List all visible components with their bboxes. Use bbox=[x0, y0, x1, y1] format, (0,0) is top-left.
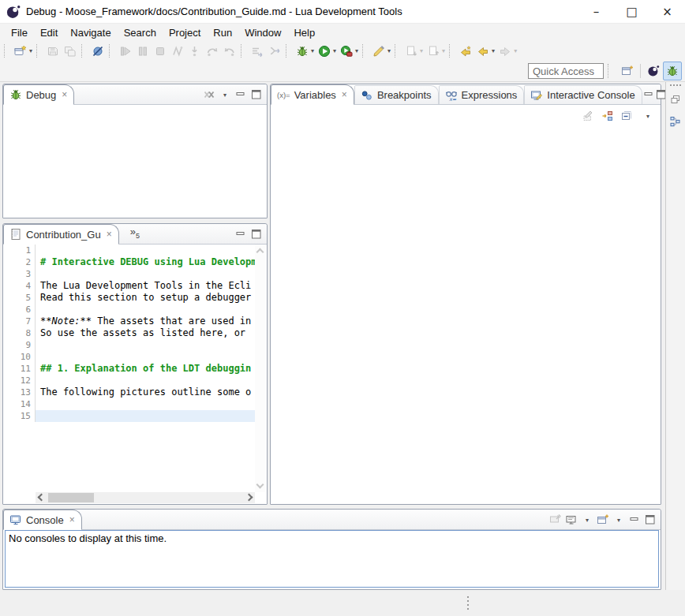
remove-all-terminated-button[interactable] bbox=[201, 87, 217, 103]
step-into-button[interactable] bbox=[186, 43, 204, 60]
next-annotation-dropdown-icon[interactable]: ▾ bbox=[420, 47, 423, 54]
step-filters-button[interactable] bbox=[266, 43, 283, 60]
external-tools-button[interactable] bbox=[338, 43, 355, 60]
use-step-filters-button[interactable] bbox=[249, 43, 266, 60]
close-tab-icon[interactable]: × bbox=[69, 514, 75, 525]
open-search-button[interactable] bbox=[370, 43, 387, 60]
scroll-left-icon[interactable] bbox=[38, 494, 46, 502]
menu-window[interactable]: Window bbox=[238, 25, 287, 40]
editor-horizontal-scrollbar[interactable] bbox=[36, 492, 255, 503]
window-maximize-button[interactable]: □ bbox=[614, 0, 649, 24]
debug-view-minimize-button[interactable] bbox=[233, 87, 249, 103]
editor-line[interactable]: 5Read this section to setup a debugger bbox=[3, 292, 255, 304]
trim-drag-handle[interactable] bbox=[670, 84, 681, 86]
resume-button[interactable] bbox=[117, 43, 134, 60]
editor-line[interactable]: 3 bbox=[3, 268, 255, 280]
editor-line[interactable]: 4The Lua Development Tools in the Ecli bbox=[3, 280, 255, 292]
editor-line[interactable]: 8So use the assets as listed here, or bbox=[3, 327, 255, 339]
terminate-button[interactable] bbox=[152, 43, 169, 60]
vertical-sash[interactable] bbox=[268, 84, 270, 505]
close-tab-icon[interactable]: × bbox=[62, 89, 67, 100]
editor-line[interactable]: 13The following pictures outline some o bbox=[3, 386, 255, 398]
tab-contribution-guide[interactable]: Contribution_Gu × bbox=[3, 224, 119, 245]
back-button[interactable] bbox=[474, 43, 492, 60]
open-perspective-button[interactable] bbox=[618, 62, 637, 80]
run-dropdown-icon[interactable]: ▾ bbox=[333, 47, 336, 54]
run-button[interactable] bbox=[316, 43, 333, 60]
collapse-all-button[interactable] bbox=[619, 108, 634, 124]
console-view-minimize-button[interactable] bbox=[627, 512, 642, 528]
editor-lines[interactable]: 12# Interactive DEBUG using Lua Developm… bbox=[3, 245, 255, 492]
previous-annotation-dropdown-icon[interactable]: ▾ bbox=[442, 47, 445, 54]
external-tools-dropdown-icon[interactable]: ▾ bbox=[355, 47, 358, 54]
scroll-down-icon[interactable] bbox=[256, 481, 264, 489]
editor-view-minimize-button[interactable] bbox=[233, 226, 249, 242]
disconnect-button[interactable] bbox=[169, 43, 186, 60]
editor-vertical-scrollbar[interactable] bbox=[255, 245, 266, 492]
editor-line[interactable]: 7**Note:** The assets that are used in bbox=[3, 315, 255, 327]
editor-line[interactable]: 2# Interactive DEBUG using Lua Developm bbox=[3, 256, 255, 268]
open-search-dropdown-icon[interactable]: ▾ bbox=[387, 47, 391, 54]
status-bar-drag-handle[interactable] bbox=[467, 596, 469, 610]
editor-line[interactable]: 14 bbox=[3, 398, 255, 410]
open-console-button[interactable] bbox=[595, 512, 611, 528]
lua-perspective-button[interactable] bbox=[644, 62, 663, 80]
editor-line[interactable]: 1 bbox=[3, 245, 255, 256]
save-button[interactable] bbox=[44, 43, 62, 60]
display-selected-console-button[interactable] bbox=[563, 512, 579, 528]
editor-line[interactable]: 15 bbox=[3, 410, 255, 422]
variables-view-minimize-button[interactable] bbox=[642, 87, 655, 103]
forward-button[interactable] bbox=[496, 43, 514, 60]
restore-view-button[interactable] bbox=[667, 91, 684, 108]
debug-view-maximize-button[interactable] bbox=[249, 87, 264, 103]
quick-access-input[interactable] bbox=[528, 63, 604, 79]
window-minimize-button[interactable]: – bbox=[578, 0, 614, 24]
tab-interactive-console[interactable]: Interactive Console bbox=[524, 85, 642, 104]
close-tab-icon[interactable]: × bbox=[107, 229, 112, 240]
editor-line[interactable]: 10 bbox=[3, 351, 255, 363]
scroll-right-icon[interactable] bbox=[245, 494, 253, 502]
menu-project[interactable]: Project bbox=[163, 25, 207, 40]
menu-file[interactable]: File bbox=[5, 25, 34, 40]
menu-navigate[interactable]: Navigate bbox=[64, 25, 117, 40]
step-return-button[interactable] bbox=[221, 43, 238, 60]
previous-annotation-button[interactable] bbox=[425, 43, 442, 60]
scrollbar-thumb[interactable] bbox=[48, 493, 94, 502]
show-type-names-button[interactable] bbox=[581, 108, 597, 124]
forward-dropdown-icon[interactable]: ▾ bbox=[514, 47, 517, 54]
skip-all-breakpoints-button[interactable] bbox=[89, 43, 107, 60]
editor-line[interactable]: 9 bbox=[3, 339, 255, 351]
new-wizard-button[interactable] bbox=[12, 43, 29, 60]
close-tab-icon[interactable]: × bbox=[342, 89, 347, 100]
show-logical-structures-button[interactable] bbox=[600, 108, 616, 124]
horizontal-sash[interactable] bbox=[2, 218, 268, 223]
new-wizard-dropdown-icon[interactable]: ▾ bbox=[29, 47, 32, 54]
step-over-button[interactable] bbox=[204, 43, 221, 60]
tab-console[interactable]: Console × bbox=[3, 510, 82, 530]
menu-edit[interactable]: Edit bbox=[34, 25, 64, 40]
debug-dropdown-icon[interactable]: ▾ bbox=[311, 47, 314, 54]
open-console-dropdown[interactable]: ▾ bbox=[611, 512, 627, 528]
outline-view-button[interactable] bbox=[667, 113, 684, 130]
debug-view-menu-button[interactable]: ▾ bbox=[217, 87, 233, 103]
debug-button[interactable] bbox=[294, 43, 311, 60]
menu-search[interactable]: Search bbox=[118, 25, 163, 40]
suspend-button[interactable] bbox=[134, 43, 152, 60]
editor-line[interactable]: 12 bbox=[3, 375, 255, 386]
tab-expressions[interactable]: x= Expressions bbox=[439, 85, 525, 104]
console-sash[interactable] bbox=[2, 505, 661, 509]
tab-variables[interactable]: (x)= Variables × bbox=[271, 84, 354, 105]
tab-breakpoints[interactable]: Breakpoints bbox=[354, 85, 439, 104]
editor-tab-overflow-chevron[interactable]: »5 bbox=[130, 226, 140, 240]
variables-view-menu-button[interactable]: ▾ bbox=[638, 108, 653, 124]
editor-line[interactable]: 11## 1. Explanation of the LDT debuggin bbox=[3, 363, 255, 375]
last-edit-location-button[interactable] bbox=[457, 43, 474, 60]
next-annotation-button[interactable] bbox=[402, 43, 420, 60]
back-dropdown-icon[interactable]: ▾ bbox=[492, 47, 495, 54]
menu-run[interactable]: Run bbox=[207, 25, 238, 40]
menu-help[interactable]: Help bbox=[287, 25, 321, 40]
editor-view-maximize-button[interactable] bbox=[249, 226, 264, 242]
scroll-up-icon[interactable] bbox=[256, 248, 264, 256]
pin-console-button[interactable] bbox=[548, 512, 563, 528]
editor-line[interactable]: 6 bbox=[3, 304, 255, 315]
